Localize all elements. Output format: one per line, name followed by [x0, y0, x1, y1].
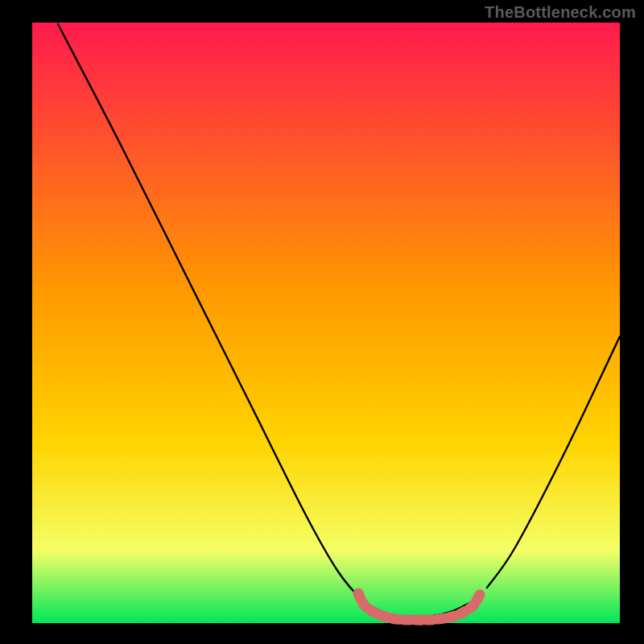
chart-frame: TheBottleneck.com	[0, 0, 644, 644]
plot-background	[32, 23, 620, 623]
watermark-text: TheBottleneck.com	[485, 3, 636, 22]
bottleneck-chart	[0, 0, 644, 644]
